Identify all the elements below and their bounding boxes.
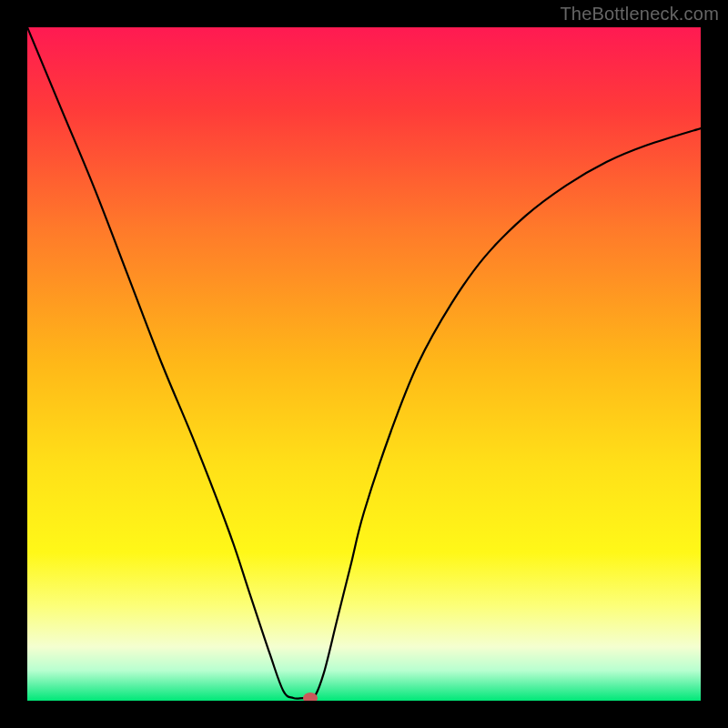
watermark-text: TheBottleneck.com xyxy=(560,4,719,25)
bottleneck-curve xyxy=(27,27,701,700)
plot-area xyxy=(27,27,701,701)
optimal-point-marker xyxy=(303,693,318,701)
chart-container: TheBottleneck.com xyxy=(0,0,728,728)
curve-layer xyxy=(27,27,701,701)
